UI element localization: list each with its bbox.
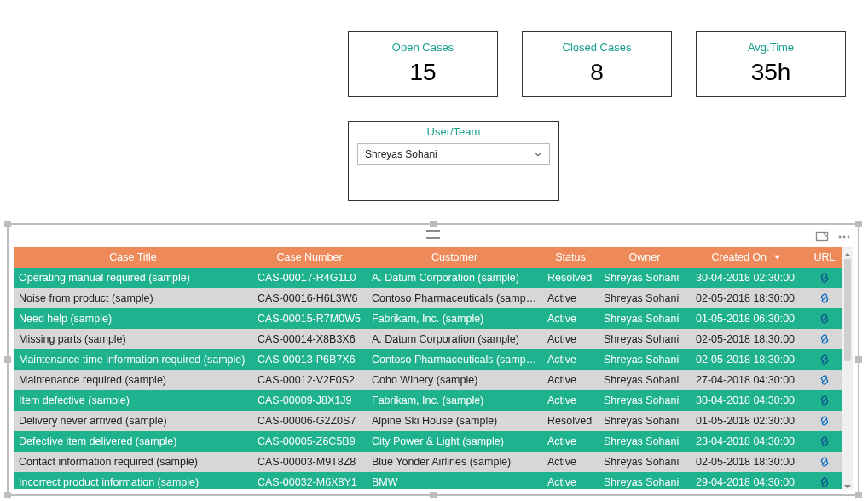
table-row[interactable]: Delivery never arrived (sample)CAS-00006… bbox=[14, 411, 842, 431]
cell-owner: Shreyas Sohani bbox=[599, 452, 691, 472]
cell-owner: Shreyas Sohani bbox=[599, 390, 691, 411]
cell-status: Resolved bbox=[542, 268, 599, 288]
cell-url bbox=[801, 411, 842, 431]
cell-status: Active bbox=[542, 431, 599, 452]
sort-desc-icon bbox=[773, 251, 781, 263]
cell-customer: Coho Winery (sample) bbox=[367, 370, 542, 390]
cell-title: Defective item delivered (sample) bbox=[14, 431, 252, 452]
cell-title: Contact information required (sample) bbox=[14, 452, 252, 472]
table-row[interactable]: Maintenance time information required (s… bbox=[14, 349, 842, 370]
cell-number: CAS-00003-M9T8Z8 bbox=[252, 452, 367, 472]
cell-url bbox=[801, 370, 842, 390]
link-icon[interactable] bbox=[818, 455, 831, 469]
col-created-on[interactable]: Created On bbox=[691, 247, 801, 268]
link-icon[interactable] bbox=[818, 353, 831, 366]
cell-url bbox=[801, 452, 842, 472]
table-row[interactable]: Maintenance required (sample)CAS-00012-V… bbox=[14, 370, 842, 390]
cell-owner: Shreyas Sohani bbox=[599, 411, 691, 431]
cell-created: 30-04-2018 02:30:00 bbox=[691, 268, 801, 288]
table-row[interactable]: Need help (sample)CAS-00015-R7M0W5Fabrik… bbox=[14, 308, 842, 329]
cell-url bbox=[801, 308, 842, 329]
cell-created: 02-05-2018 18:30:00 bbox=[691, 329, 801, 349]
table-row[interactable]: Noise from product (sample)CAS-00016-H6L… bbox=[14, 288, 842, 308]
cell-owner: Shreyas Sohani bbox=[599, 268, 691, 288]
cell-number: CAS-00016-H6L3W6 bbox=[252, 288, 367, 308]
link-icon[interactable] bbox=[818, 291, 831, 305]
cell-created: 02-05-2018 18:30:00 bbox=[691, 452, 801, 472]
col-case-title[interactable]: Case Title bbox=[14, 247, 252, 268]
cell-created: 30-04-2018 04:30:00 bbox=[691, 390, 801, 411]
link-icon[interactable] bbox=[818, 414, 831, 428]
cell-url bbox=[801, 431, 842, 452]
link-icon[interactable] bbox=[818, 435, 831, 448]
cases-table: Case Title Case Number Customer Status O… bbox=[14, 247, 842, 489]
col-url[interactable]: URL bbox=[801, 247, 842, 268]
link-icon[interactable] bbox=[818, 312, 831, 325]
cell-status: Active bbox=[542, 349, 599, 370]
cell-title: Noise from product (sample) bbox=[14, 288, 252, 308]
cell-number: CAS-00017-R4G1L0 bbox=[252, 268, 367, 288]
filter-selected-value: Shreyas Sohani bbox=[365, 148, 437, 160]
table-row[interactable]: Incorrect product information (sample)CA… bbox=[14, 472, 842, 489]
table-row[interactable]: Item defective (sample)CAS-00009-J8X1J9F… bbox=[14, 390, 842, 411]
cell-created: 01-05-2018 06:30:00 bbox=[691, 308, 801, 329]
svg-point-2 bbox=[843, 236, 846, 239]
cell-owner: Shreyas Sohani bbox=[599, 472, 691, 489]
table-row[interactable]: Operating manual required (sample)CAS-00… bbox=[14, 268, 842, 288]
kpi-avg-time[interactable]: Avg.Time 35h bbox=[696, 31, 846, 97]
cell-title: Maintenance required (sample) bbox=[14, 370, 252, 390]
cell-status: Active bbox=[542, 472, 599, 489]
cell-created: 02-05-2018 18:30:00 bbox=[691, 288, 801, 308]
cell-status: Active bbox=[542, 329, 599, 349]
more-options-icon[interactable] bbox=[837, 230, 851, 244]
cell-url bbox=[801, 390, 842, 411]
cell-status: Active bbox=[542, 452, 599, 472]
cell-created: 02-05-2018 18:30:00 bbox=[691, 349, 801, 370]
link-icon[interactable] bbox=[818, 271, 831, 285]
kpi-label: Closed Cases bbox=[563, 41, 632, 54]
focus-mode-icon[interactable] bbox=[815, 230, 829, 244]
link-icon[interactable] bbox=[818, 373, 831, 387]
filter-label: User/Team bbox=[349, 125, 558, 138]
cell-title: Incorrect product information (sample) bbox=[14, 472, 252, 489]
col-case-number[interactable]: Case Number bbox=[252, 247, 367, 268]
visual-toolbar bbox=[815, 230, 851, 244]
cell-title: Item defective (sample) bbox=[14, 390, 252, 411]
link-icon[interactable] bbox=[818, 332, 831, 346]
drag-handle-icon[interactable] bbox=[426, 230, 440, 239]
svg-point-3 bbox=[848, 236, 850, 239]
cell-title: Operating manual required (sample) bbox=[14, 268, 252, 288]
col-customer[interactable]: Customer bbox=[367, 247, 542, 268]
cell-customer: Alpine Ski House (sample) bbox=[367, 411, 542, 431]
cell-title: Delivery never arrived (sample) bbox=[14, 411, 252, 431]
kpi-row: Open Cases 15 Closed Cases 8 Avg.Time 35… bbox=[348, 31, 846, 97]
table-header-row: Case Title Case Number Customer Status O… bbox=[14, 247, 842, 268]
col-owner[interactable]: Owner bbox=[599, 247, 691, 268]
cell-created: 27-04-2018 04:30:00 bbox=[691, 370, 801, 390]
kpi-open-cases[interactable]: Open Cases 15 bbox=[348, 31, 498, 97]
link-icon[interactable] bbox=[818, 394, 831, 407]
cell-number: CAS-00005-Z6C5B9 bbox=[252, 431, 367, 452]
cell-status: Active bbox=[542, 390, 599, 411]
col-status[interactable]: Status bbox=[542, 247, 599, 268]
link-icon[interactable] bbox=[818, 475, 831, 489]
cell-number: CAS-00006-G2Z0S7 bbox=[252, 411, 367, 431]
table-row[interactable]: Defective item delivered (sample)CAS-000… bbox=[14, 431, 842, 452]
cell-owner: Shreyas Sohani bbox=[599, 329, 691, 349]
table-row[interactable]: Missing parts (sample)CAS-00014-X8B3X6A.… bbox=[14, 329, 842, 349]
svg-point-1 bbox=[839, 236, 842, 239]
scrollbar-track[interactable] bbox=[842, 257, 853, 479]
vertical-scrollbar[interactable] bbox=[842, 247, 853, 489]
table-row[interactable]: Contact information required (sample)CAS… bbox=[14, 452, 842, 472]
cell-owner: Shreyas Sohani bbox=[599, 431, 691, 452]
cell-customer: Fabrikam, Inc. (sample) bbox=[367, 308, 542, 329]
table-visual-frame[interactable]: Case Title Case Number Customer Status O… bbox=[7, 223, 859, 496]
cell-owner: Shreyas Sohani bbox=[599, 370, 691, 390]
kpi-closed-cases[interactable]: Closed Cases 8 bbox=[522, 31, 672, 97]
scrollbar-thumb[interactable] bbox=[844, 259, 851, 361]
scroll-up-icon[interactable] bbox=[843, 247, 852, 257]
filter-dropdown[interactable]: Shreyas Sohani bbox=[357, 143, 550, 165]
cell-status: Active bbox=[542, 288, 599, 308]
cell-customer: City Power & Light (sample) bbox=[367, 431, 542, 452]
scroll-down-icon[interactable] bbox=[843, 479, 852, 489]
